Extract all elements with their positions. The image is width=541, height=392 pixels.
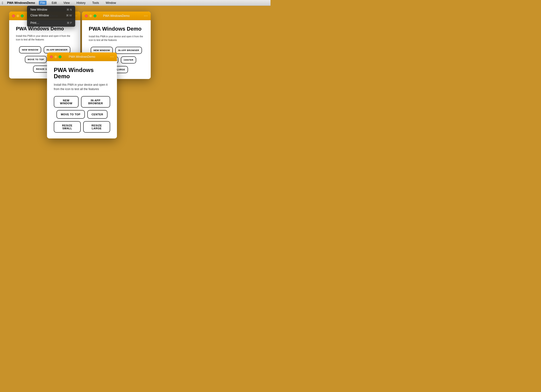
minimize-button-front[interactable] — [54, 55, 57, 58]
maximize-button-back-right[interactable] — [94, 14, 96, 17]
close-button-front[interactable] — [50, 55, 53, 58]
close-button-back-left[interactable] — [12, 14, 15, 17]
menu-close-window-label: Close Window — [30, 14, 49, 17]
move-to-top-btn-front[interactable]: MOVE TO TOP — [56, 110, 85, 119]
center-btn-front[interactable]: CENTER — [87, 110, 108, 119]
traffic-lights-back-right — [85, 14, 96, 17]
close-button-back-right[interactable] — [85, 14, 88, 17]
btn-grid-front: NEW WINDOW IN-APP BROWSER MOVE TO TOP CE… — [54, 96, 110, 133]
menu-view[interactable]: View — [62, 1, 71, 5]
menu-new-window-label: New Window — [30, 8, 47, 11]
titlebar-back-right: PWA WindowsDemo ··· — [82, 12, 151, 20]
pwa-desc-back-left: Install this PWA in your device and open… — [16, 34, 74, 41]
pwa-window-front: PWA WindowsDemo ··· PWA Windows Demo Ins… — [47, 52, 117, 138]
menu-print-label: Print… — [30, 21, 39, 25]
menu-separator — [27, 19, 75, 19]
pwa-heading-front: PWA Windows Demo — [54, 67, 110, 80]
titlebar-front: PWA WindowsDemo ··· — [47, 52, 117, 61]
traffic-lights-front — [50, 55, 61, 58]
menu-print[interactable]: Print… ⌘ P — [27, 20, 75, 26]
menu-close-window-shortcut: ⌘ W — [66, 14, 72, 17]
app-name: PWA WindowsDemo — [7, 1, 35, 5]
menu-close-window[interactable]: Close Window ⌘ W — [27, 13, 75, 18]
traffic-lights-back-left — [12, 14, 24, 17]
window-dots-back-right[interactable]: ··· — [144, 14, 148, 18]
resize-small-btn-front[interactable]: RESIZE SMALL — [54, 121, 81, 133]
menu-new-window-shortcut: ⌘ N — [67, 8, 72, 11]
pwa-desc-back-right: Install this PWA in your device and open… — [89, 35, 144, 42]
menu-window[interactable]: Window — [104, 1, 117, 5]
menu-edit[interactable]: Edit — [50, 1, 58, 5]
window-dots-front[interactable]: ··· — [110, 55, 114, 59]
btn-row-3-front: RESIZE SMALL RESIZE LARGE — [54, 121, 110, 133]
btn-row-1-front: NEW WINDOW IN-APP BROWSER — [54, 96, 110, 108]
in-app-browser-btn-front[interactable]: IN-APP BROWSER — [81, 96, 110, 108]
center-btn-back-right[interactable]: CENTER — [121, 56, 136, 64]
resize-large-btn-front[interactable]: RESIZE LARGE — [83, 121, 110, 133]
pwa-heading-back-left: PWA Windows Demo — [16, 26, 74, 31]
menubar:  PWA WindowsDemo File Edit View History… — [0, 0, 270, 6]
move-to-top-btn-back-left[interactable]: MOVE TO TOP — [25, 56, 47, 63]
content-front: PWA Windows Demo Install this PWA in you… — [47, 61, 117, 138]
maximize-button-front[interactable] — [59, 55, 61, 58]
maximize-button-back-left[interactable] — [21, 14, 24, 17]
file-dropdown-menu: New Window ⌘ N Close Window ⌘ W Print… ⌘… — [27, 6, 75, 27]
window-title-back-right: PWA WindowsDemo — [103, 14, 129, 18]
menu-history[interactable]: History — [75, 1, 87, 5]
menu-new-window[interactable]: New Window ⌘ N — [27, 7, 75, 13]
apple-menu[interactable]:  — [2, 1, 3, 5]
minimize-button-back-left[interactable] — [16, 14, 19, 17]
in-app-browser-btn-back-right[interactable]: IN-APP BROWSER — [115, 47, 142, 54]
minimize-button-back-right[interactable] — [89, 14, 92, 17]
new-window-btn-front[interactable]: NEW WINDOW — [54, 96, 79, 108]
menu-print-shortcut: ⌘ P — [67, 21, 72, 25]
btn-row-2-front: MOVE TO TOP CENTER — [56, 110, 108, 119]
new-window-btn-back-left[interactable]: NEW WINDOW — [19, 46, 41, 53]
pwa-heading-back-right: PWA Windows Demo — [89, 26, 144, 32]
window-title-front: PWA WindowsDemo — [69, 55, 95, 59]
menu-file[interactable]: File — [39, 1, 46, 5]
menu-tools[interactable]: Tools — [91, 1, 100, 5]
pwa-desc-front: Install this PWA in your device and open… — [54, 83, 110, 91]
